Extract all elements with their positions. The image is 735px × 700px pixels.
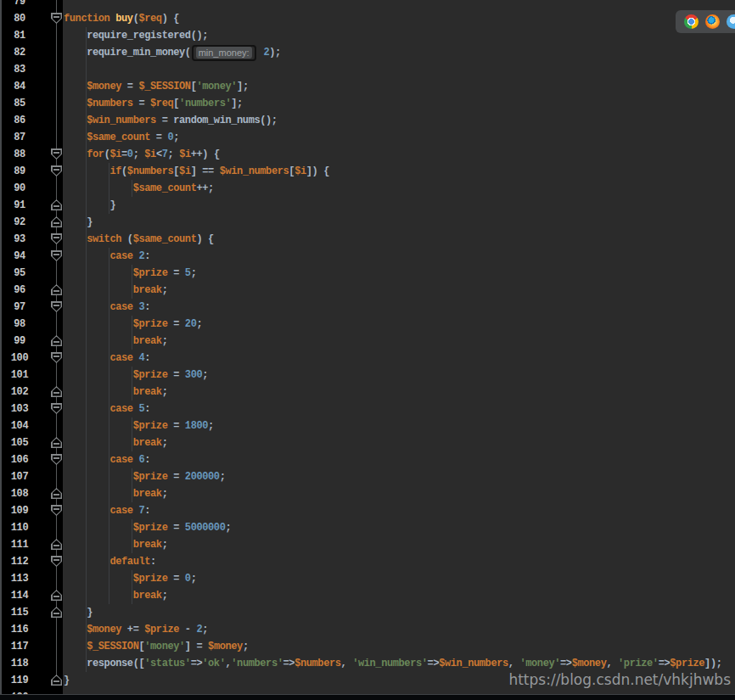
line-number[interactable]: 111	[0, 536, 39, 553]
code-line[interactable]: break;	[64, 587, 167, 604]
safari-icon[interactable]	[727, 14, 735, 29]
editor-surface[interactable]: function buy($req) { require_registered(…	[0, 0, 735, 700]
line-number[interactable]: 117	[0, 638, 39, 655]
code-line[interactable]: require_registered();	[64, 27, 208, 44]
line-number[interactable]: 85	[0, 95, 39, 112]
line-number[interactable]: 116	[0, 621, 39, 638]
line-number[interactable]: 99	[0, 333, 39, 350]
code-line[interactable]: $same_count++;	[64, 180, 214, 197]
fold-end-icon[interactable]	[51, 216, 62, 227]
editor-gutter[interactable]: 7980818283848586878889909192939495969798…	[0, 0, 63, 695]
code-line[interactable]: break;	[64, 282, 167, 299]
code-line[interactable]: case 6:	[64, 451, 150, 468]
code-line[interactable]: $money += $prize - 2;	[64, 621, 208, 638]
line-number[interactable]: 115	[0, 604, 39, 621]
code-line[interactable]: default:	[64, 553, 156, 570]
code-line[interactable]: break;	[64, 434, 167, 451]
code-line[interactable]: $same_count = 0;	[64, 129, 179, 146]
code-line[interactable]: }	[64, 197, 115, 214]
code-line[interactable]: }	[64, 604, 93, 621]
line-number[interactable]: 105	[0, 434, 39, 451]
code-line[interactable]: }	[64, 672, 70, 689]
line-number[interactable]: 88	[0, 146, 39, 163]
line-number[interactable]: 107	[0, 468, 39, 485]
line-number[interactable]: 118	[0, 655, 39, 672]
code-line[interactable]: for($i=0; $i<7; $i++) {	[64, 146, 220, 163]
line-number[interactable]: 101	[0, 367, 39, 384]
line-number[interactable]: 91	[0, 197, 39, 214]
code-line[interactable]: $prize = 300;	[64, 367, 208, 384]
code-line[interactable]: case 4:	[64, 350, 150, 367]
line-number[interactable]: 83	[0, 61, 39, 78]
code-line[interactable]: case 3:	[64, 299, 150, 316]
fold-collapse-icon[interactable]	[51, 13, 62, 24]
code-line[interactable]: $prize = 1800;	[64, 417, 214, 434]
fold-end-icon[interactable]	[51, 590, 62, 601]
line-number[interactable]: 97	[0, 299, 39, 316]
line-number[interactable]: 93	[0, 231, 39, 248]
line-number[interactable]: 119	[0, 672, 39, 689]
line-number[interactable]: 104	[0, 417, 39, 434]
fold-end-icon[interactable]	[51, 284, 62, 295]
fold-collapse-icon[interactable]	[51, 352, 62, 363]
line-number[interactable]: 80	[0, 10, 39, 27]
code-line[interactable]: response(['status'=>'ok','numbers'=>$num…	[64, 655, 722, 672]
code-line[interactable]: case 5:	[64, 400, 150, 417]
line-number[interactable]: 82	[0, 44, 39, 61]
fold-collapse-icon[interactable]	[51, 165, 62, 176]
code-line[interactable]: switch ($same_count) {	[64, 231, 214, 248]
code-line[interactable]: }	[64, 214, 93, 231]
line-number[interactable]: 90	[0, 180, 39, 197]
code-line[interactable]: if($numbers[$i] == $win_numbers[$i]) {	[64, 163, 329, 180]
line-number[interactable]: 92	[0, 214, 39, 231]
fold-end-icon[interactable]	[51, 539, 62, 550]
fold-end-icon[interactable]	[51, 199, 62, 210]
line-number[interactable]: 100	[0, 350, 39, 367]
line-number[interactable]: 114	[0, 587, 39, 604]
chrome-icon[interactable]	[684, 14, 699, 29]
line-number[interactable]: 95	[0, 265, 39, 282]
code-line[interactable]: $_SESSION['money'] = $money;	[64, 638, 249, 655]
line-number[interactable]: 102	[0, 384, 39, 400]
fold-end-icon[interactable]	[51, 607, 62, 618]
code-line[interactable]: $prize = 20;	[64, 316, 202, 333]
line-number[interactable]: 98	[0, 316, 39, 333]
code-line[interactable]: function buy($req) {	[64, 10, 179, 27]
code-line[interactable]: require_min_money(min_money: 2);	[64, 44, 281, 61]
fold-collapse-icon[interactable]	[51, 556, 62, 567]
fold-collapse-icon[interactable]	[51, 250, 62, 261]
code-line[interactable]: break;	[64, 536, 167, 553]
code-line[interactable]: $prize = 200000;	[64, 468, 225, 485]
code-line[interactable]: break;	[64, 333, 167, 350]
line-number[interactable]: 113	[0, 570, 39, 587]
fold-collapse-icon[interactable]	[51, 233, 62, 244]
line-number[interactable]: 94	[0, 248, 39, 265]
fold-end-icon[interactable]	[51, 675, 62, 686]
code-line[interactable]: $win_numbers = random_win_nums();	[64, 112, 278, 129]
code-line[interactable]: $prize = 5000000;	[64, 519, 231, 536]
fold-collapse-icon[interactable]	[51, 454, 62, 465]
fold-end-icon[interactable]	[51, 437, 62, 448]
fold-end-icon[interactable]	[51, 386, 62, 397]
code-line[interactable]: $numbers = $req['numbers'];	[64, 95, 243, 112]
line-number[interactable]: 109	[0, 502, 39, 519]
code-line[interactable]: case 2:	[64, 248, 150, 265]
line-number[interactable]: 86	[0, 112, 39, 129]
firefox-icon[interactable]	[705, 14, 720, 29]
line-number[interactable]: 84	[0, 78, 39, 95]
line-number[interactable]: 103	[0, 400, 39, 417]
code-line[interactable]: $prize = 0;	[64, 570, 196, 587]
line-number[interactable]: 112	[0, 553, 39, 570]
code-line[interactable]: break;	[64, 485, 167, 502]
code-line[interactable]: break;	[64, 384, 167, 400]
line-number[interactable]: 79	[0, 0, 39, 10]
code-line[interactable]: $prize = 5;	[64, 265, 196, 282]
line-number[interactable]: 89	[0, 163, 39, 180]
fold-collapse-icon[interactable]	[51, 505, 62, 516]
line-number[interactable]: 108	[0, 485, 39, 502]
fold-end-icon[interactable]	[51, 488, 62, 499]
fold-collapse-icon[interactable]	[51, 403, 62, 414]
fold-end-icon[interactable]	[51, 335, 62, 346]
line-number[interactable]: 106	[0, 451, 39, 468]
code-line[interactable]: $money = $_SESSION['money'];	[64, 78, 249, 95]
